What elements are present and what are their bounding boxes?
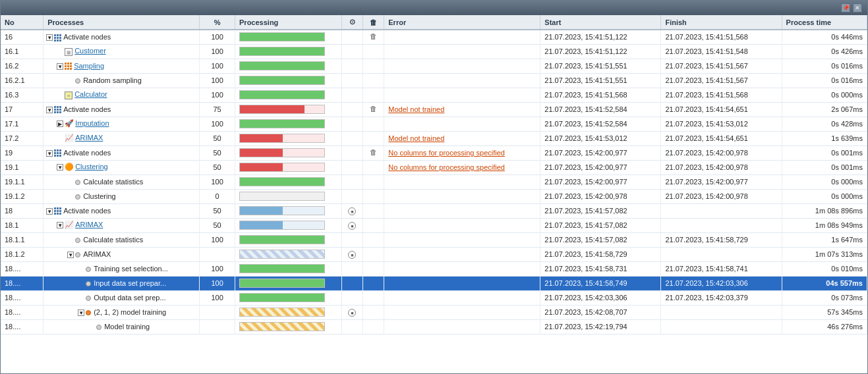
cell-control[interactable]: ■ [341, 305, 362, 319]
expand-button[interactable]: ▼ [67, 252, 74, 258]
cell-control [341, 160, 362, 174]
table-row[interactable]: 18.1▼📈ARIMAX50■21.07.2023, 15:41:57,0821… [1, 218, 867, 232]
table-row[interactable]: 16.2.1Random sampling10021.07.2023, 15:4… [1, 73, 867, 88]
cell-processing-bar [235, 276, 342, 290]
process-link[interactable]: Calculator [74, 90, 107, 98]
stop-button[interactable]: ■ [348, 207, 356, 215]
title-bar-controls: 📌 ✕ [841, 3, 862, 13]
cell-pct [200, 247, 235, 261]
delete-button[interactable]: 🗑 [369, 32, 378, 41]
process-label: Training set selection... [94, 265, 168, 273]
cell-process[interactable]: ▼📈ARIMAX [43, 218, 200, 232]
table-header-row: No Processes % Processing ⊙ 🗑 Error Star… [1, 15, 867, 30]
expand-button[interactable]: ▼ [78, 309, 84, 316]
delete-button[interactable]: 🗑 [369, 105, 378, 114]
table-row[interactable]: 18....Model training21.07.2023, 15:42:19… [1, 319, 867, 334]
cell-processing-bar [235, 59, 342, 73]
table-row[interactable]: 19▼Activate nodes50🗑No columns for proce… [1, 146, 867, 160]
table-row[interactable]: 19.1.1Calculate statistics10021.07.2023,… [1, 174, 867, 189]
cell-no: 16.2.1 [1, 73, 43, 88]
expand-button[interactable]: ▼ [57, 222, 63, 228]
expand-button[interactable]: ▼ [57, 63, 63, 70]
table-row[interactable]: 16.2▼Sampling10021.07.2023, 15:41:51,551… [1, 59, 867, 73]
process-link[interactable]: Clustering [75, 163, 108, 171]
expand-button[interactable]: ▼ [46, 107, 53, 113]
cell-error[interactable]: Model not trained [384, 102, 540, 117]
cell-delete [362, 261, 384, 276]
error-link[interactable]: No columns for processing specified [388, 163, 505, 171]
expand-button[interactable]: ▼ [46, 34, 53, 41]
cell-process: Model training [43, 319, 200, 334]
cell-pct: 100 [200, 44, 235, 59]
cell-pct: 100 [200, 88, 235, 102]
cell-error[interactable]: Model not trained [384, 131, 540, 146]
process-link[interactable]: Sampling [74, 62, 104, 70]
table-row[interactable]: 18....▼(2, 1, 2) model training■21.07.20… [1, 305, 867, 319]
cell-delete[interactable]: 🗑 [362, 146, 384, 160]
process-link[interactable]: ARIMAX [75, 221, 103, 228]
table-row[interactable]: 18....Output data set prep...10021.07.20… [1, 290, 867, 305]
cell-delete[interactable]: 🗑 [362, 30, 384, 44]
pin-button[interactable]: 📌 [841, 3, 850, 13]
progress-bar-fill [240, 76, 325, 84]
cell-control[interactable]: ■ [341, 247, 362, 261]
chart-icon: 📈 [65, 134, 74, 143]
cell-control[interactable]: ■ [341, 218, 362, 232]
error-link[interactable]: No columns for processing specified [388, 149, 505, 157]
table-row[interactable]: 16.1▦Customer10021.07.2023, 15:41:51,122… [1, 44, 867, 59]
cell-control[interactable]: ■ [341, 203, 362, 218]
cell-process-time: 04s 557ms [782, 276, 867, 290]
cell-process: Training set selection... [43, 261, 200, 276]
table-row[interactable]: 16.3≡Calculator10021.07.2023, 15:41:51,5… [1, 88, 867, 102]
table-row[interactable]: 17▼Activate nodes75🗑Model not trained21.… [1, 102, 867, 117]
expand-button[interactable]: ▼ [46, 208, 53, 215]
cell-pct: 100 [200, 117, 235, 131]
cell-error [384, 203, 540, 218]
cell-process[interactable]: ≡Calculator [43, 88, 200, 102]
cell-process[interactable]: ▶🚀Imputation [43, 117, 200, 131]
cell-error[interactable]: No columns for processing specified [384, 160, 540, 174]
table-row[interactable]: 18.1.1Calculate statistics10021.07.2023,… [1, 232, 867, 247]
cell-process[interactable]: 📈ARIMAX [43, 131, 200, 146]
cell-process[interactable]: ▼Sampling [43, 59, 200, 73]
cell-processing-bar [235, 44, 342, 59]
process-link[interactable]: ARIMAX [75, 134, 103, 142]
cell-error[interactable]: No columns for processing specified [384, 146, 540, 160]
process-link[interactable]: Imputation [75, 119, 109, 127]
cell-process[interactable]: ▦Customer [43, 44, 200, 59]
expand-button[interactable]: ▶ [57, 120, 63, 127]
table-row[interactable]: 17.2📈ARIMAX50Model not trained21.07.2023… [1, 131, 867, 146]
stop-button[interactable]: ■ [348, 309, 356, 317]
cell-delete [362, 232, 384, 247]
table-row[interactable]: 18....Training set selection...10021.07.… [1, 261, 867, 276]
progress-bar-fill [240, 279, 325, 287]
table-row[interactable]: 19.1▼🟠Clustering50No columns for process… [1, 160, 867, 174]
progress-bar-fill [240, 105, 304, 113]
stop-button[interactable]: ■ [348, 251, 356, 259]
cell-error [384, 59, 540, 73]
circle-icon [75, 252, 80, 257]
table-row[interactable]: 18▼Activate nodes50■21.07.2023, 15:41:57… [1, 203, 867, 218]
error-link[interactable]: Model not trained [388, 134, 444, 142]
table-row[interactable]: 17.1▶🚀Imputation10021.07.2023, 15:41:52,… [1, 117, 867, 131]
cell-process: ▼Activate nodes [43, 203, 200, 218]
delete-button[interactable]: 🗑 [369, 148, 378, 157]
progress-bar-container [239, 105, 325, 114]
col-header-process[interactable]: Processes [43, 15, 200, 30]
cell-no: 16 [1, 30, 43, 44]
table-row[interactable]: 16▼Activate nodes100🗑21.07.2023, 15:41:5… [1, 30, 867, 44]
table-row[interactable]: 18....Input data set prepar...10021.07.2… [1, 276, 867, 290]
close-button[interactable]: ✕ [853, 3, 862, 13]
stop-button[interactable]: ■ [348, 222, 356, 230]
cell-error [384, 276, 540, 290]
cell-process[interactable]: ▼🟠Clustering [43, 160, 200, 174]
table-row[interactable]: 19.1.2Clustering021.07.2023, 15:42:00,97… [1, 189, 867, 203]
table-row[interactable]: 18.1.2▼ARIMAX■21.07.2023, 15:41:58,7291m… [1, 247, 867, 261]
cell-process-time: 0s 016ms [782, 73, 867, 88]
cell-delete[interactable]: 🗑 [362, 102, 384, 117]
expand-button[interactable]: ▼ [57, 164, 63, 171]
error-link[interactable]: Model not trained [388, 105, 444, 113]
process-link[interactable]: Customer [74, 47, 106, 55]
expand-button[interactable]: ▼ [46, 150, 53, 157]
cell-no: 18.... [1, 319, 43, 334]
